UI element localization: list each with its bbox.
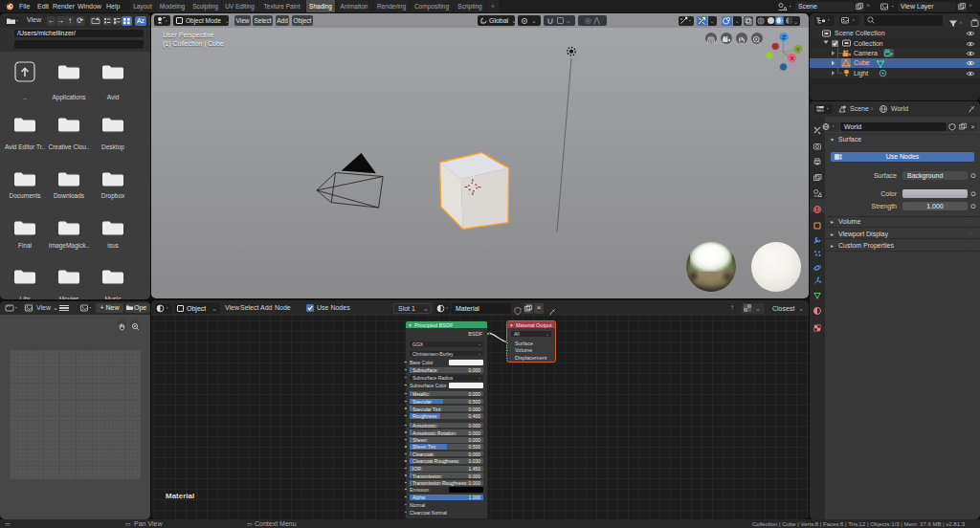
svg-text:X: X: [790, 55, 793, 61]
svg-text:Y: Y: [796, 47, 800, 53]
svg-text:Z: Z: [782, 34, 786, 40]
